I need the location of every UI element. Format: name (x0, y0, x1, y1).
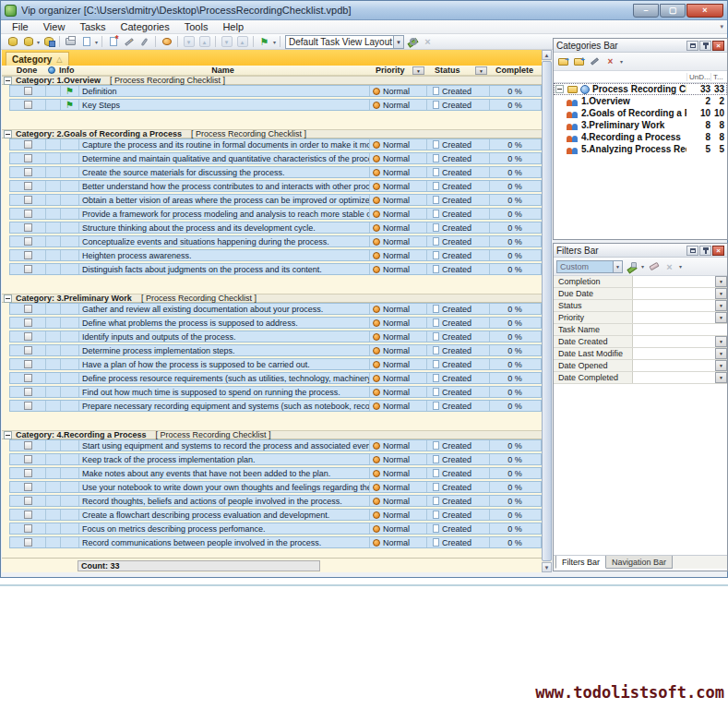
complete-task-icon[interactable] (160, 35, 173, 48)
scroll-thumb[interactable] (542, 61, 552, 561)
task-checkbox[interactable] (24, 455, 32, 463)
task-checkbox[interactable] (24, 388, 32, 396)
task-row[interactable]: Determine and maintain qualitative and q… (9, 152, 542, 164)
category-header[interactable]: Category: 2.Goals of Recording a Process… (2, 129, 542, 138)
filter-preset-value[interactable]: Custom (556, 260, 614, 273)
filter-value-field[interactable] (633, 324, 727, 335)
category-header[interactable]: Category: 1.Overview[ Process Recording … (2, 76, 542, 85)
task-view-layout-combo[interactable]: Default Task View Layout ▼ (285, 35, 404, 49)
task-row[interactable]: Structure thinking about the process and… (9, 222, 542, 234)
task-row[interactable]: ⚑Key StepsNormalCreated0 % (9, 99, 542, 111)
scroll-down-icon[interactable]: ▼ (542, 562, 552, 572)
tree-category-item[interactable]: 4.Recording a Process88 (554, 131, 727, 143)
filter-value-field[interactable] (633, 300, 715, 311)
tree-column-total[interactable]: T... (710, 73, 727, 81)
new-database-icon[interactable] (6, 35, 19, 48)
task-row[interactable]: Gather and review all existing documenta… (9, 303, 542, 315)
task-checkbox[interactable] (24, 154, 32, 162)
collapse-expander-icon[interactable] (4, 294, 12, 303)
task-checkbox[interactable] (24, 101, 32, 109)
task-row[interactable]: Focus on metrics describing process perf… (9, 523, 542, 535)
task-row[interactable]: Define process resource requirements (su… (9, 372, 542, 384)
customize-layout-icon[interactable] (405, 35, 419, 48)
dock-tab-filters-bar[interactable]: Filters Bar (555, 556, 606, 569)
task-row[interactable]: Determine process implementation steps.N… (9, 344, 542, 356)
column-complete[interactable]: Complete (488, 66, 541, 75)
tree-category-item[interactable]: 2.Goals of Recording a Proces1010 (554, 107, 727, 119)
categories-toolbar-overflow-icon[interactable]: ▾ (620, 58, 623, 65)
category-header[interactable]: Category: 4.Recording a Process[ Process… (2, 430, 542, 439)
task-checkbox[interactable] (24, 237, 32, 246)
filter-value-field[interactable] (633, 336, 715, 347)
status-filter-dropdown-icon[interactable]: ▼ (475, 66, 487, 75)
task-checkbox[interactable] (24, 265, 32, 273)
edit-task-icon[interactable] (122, 35, 136, 48)
task-checkbox[interactable] (24, 168, 32, 176)
category-header[interactable]: Category: 3.Preliminary Work[ Process Re… (2, 294, 542, 303)
task-row[interactable]: Heighten process awareness.NormalCreated… (9, 249, 542, 261)
column-status[interactable]: Status ▼ (425, 66, 488, 75)
menu-item-view[interactable]: View (36, 21, 73, 32)
task-row[interactable]: Use your notebook to write down your own… (9, 481, 542, 493)
panel-window-icon[interactable] (686, 246, 698, 256)
filter-dropdown-icon[interactable]: ▼ (715, 276, 727, 287)
menu-item-tools[interactable]: Tools (177, 21, 216, 32)
task-checkbox[interactable] (24, 497, 32, 505)
panel-close-icon[interactable]: × (712, 246, 724, 256)
task-row[interactable]: ⚑DefinitionNormalCreated0 % (9, 85, 542, 97)
filter-value-field[interactable] (633, 372, 715, 383)
task-checkbox[interactable] (24, 223, 32, 232)
filter-dropdown-icon[interactable]: ▼ (715, 348, 727, 359)
task-row[interactable]: Have a plan of how the process is suppos… (9, 358, 542, 370)
menu-item-file[interactable]: File (5, 21, 36, 32)
task-checkbox[interactable] (24, 538, 32, 547)
task-checkbox[interactable] (24, 87, 32, 95)
apply-filter-icon[interactable] (625, 260, 638, 273)
collapse-expander-icon[interactable] (4, 77, 12, 85)
menu-item-tasks[interactable]: Tasks (72, 21, 113, 32)
task-view-layout-dropdown-icon[interactable]: ▼ (394, 35, 404, 49)
panel-pin-icon[interactable] (699, 41, 711, 51)
task-row[interactable]: Conceptualize events and situations happ… (9, 235, 542, 247)
priority-filter-dropdown-icon[interactable]: ▼ (412, 66, 424, 75)
filter-dropdown-icon[interactable]: ▼ (715, 360, 727, 371)
task-row[interactable]: Identify inputs and outputs of the proce… (9, 330, 542, 342)
filter-value-field[interactable] (633, 348, 715, 359)
task-row[interactable]: Better understand how the process contri… (9, 180, 542, 192)
task-checkbox[interactable] (24, 346, 32, 354)
filter-dropdown-icon[interactable]: ▼ (715, 372, 727, 383)
task-row[interactable]: Start using equipment and systems to rec… (9, 439, 542, 451)
tree-expander-icon[interactable] (555, 85, 564, 93)
new-subcategory-icon[interactable] (572, 55, 586, 68)
filter-dropdown-icon[interactable]: ▼ (715, 336, 727, 347)
task-checkbox[interactable] (24, 374, 32, 382)
maximize-button[interactable]: ▢ (660, 4, 686, 18)
task-row[interactable]: Distinguish facts about judgments on the… (9, 263, 542, 275)
task-checkbox[interactable] (24, 318, 32, 327)
task-row[interactable]: Define what problems the process is supp… (9, 317, 542, 329)
column-info[interactable]: Info (59, 66, 78, 75)
task-view-layout-value[interactable]: Default Task View Layout (285, 35, 394, 49)
task-checkbox[interactable] (24, 251, 32, 259)
task-checkbox[interactable] (24, 524, 32, 533)
filter-dropdown-icon[interactable]: ▼ (715, 288, 727, 299)
task-checkbox[interactable] (24, 469, 32, 477)
task-row[interactable]: Capture the process and its routine in f… (9, 138, 542, 150)
task-checkbox[interactable] (24, 182, 32, 190)
open-database-icon[interactable] (21, 35, 35, 48)
apply-filter-dropdown-icon[interactable]: ▾ (641, 263, 644, 270)
task-checkbox[interactable] (24, 210, 32, 218)
task-row[interactable]: Find out how much time is supposed to sp… (9, 386, 542, 398)
scroll-up-icon[interactable]: ▲ (542, 50, 552, 60)
collapse-expander-icon[interactable] (4, 130, 12, 138)
print-icon[interactable] (64, 35, 78, 48)
menu-item-categories[interactable]: Categories (113, 21, 177, 32)
task-row[interactable]: Obtain a better vision of areas where th… (9, 194, 542, 206)
panel-window-icon[interactable] (686, 41, 698, 51)
filter-value-field[interactable] (633, 312, 715, 323)
filter-value-field[interactable] (633, 360, 715, 371)
close-button[interactable]: × (686, 4, 723, 18)
task-checkbox[interactable] (24, 332, 32, 341)
grid-scrollbar[interactable]: ▲ ▼ (542, 50, 552, 572)
task-checkbox[interactable] (24, 360, 32, 368)
